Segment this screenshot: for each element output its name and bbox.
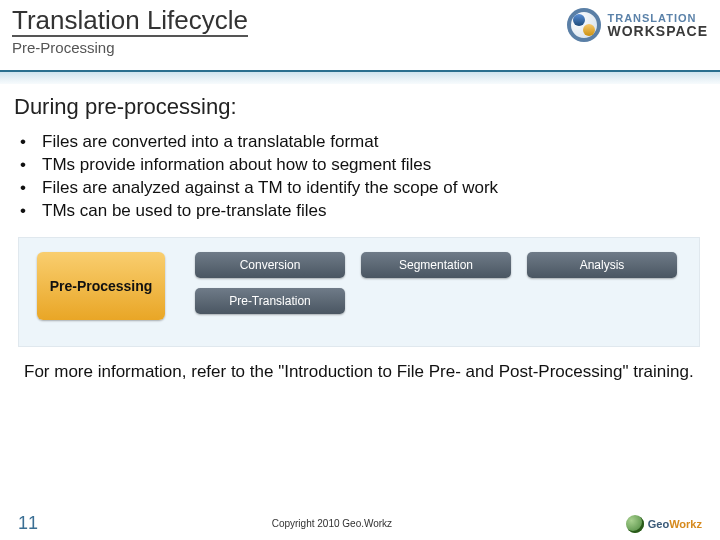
bullet-item: Files are converted into a translatable … — [20, 132, 704, 152]
analysis-node: Analysis — [527, 252, 677, 278]
brand-logo: TRANSLATION WORKSPACE — [567, 8, 708, 42]
globe-icon — [626, 515, 644, 533]
workflow-diagram: Pre-Processing Conversion Segmentation A… — [18, 237, 700, 347]
bullet-item: Files are analyzed against a TM to ident… — [20, 178, 704, 198]
conversion-node: Conversion — [195, 252, 345, 278]
brand-logo-text: TRANSLATION WORKSPACE — [607, 13, 708, 38]
content-area: During pre-processing: Files are convert… — [0, 84, 720, 384]
copyright-text: Copyright 2010 Geo.Workz — [38, 518, 626, 529]
header-divider-bar — [0, 70, 720, 84]
more-info-text: For more information, refer to the "Intr… — [24, 361, 694, 384]
footer-brand-geo: Geo — [648, 518, 669, 530]
brand-bottom: WORKSPACE — [607, 24, 708, 38]
pre-processing-node: Pre-Processing — [37, 252, 165, 320]
footer-brand-text: GeoWorkz — [648, 518, 702, 530]
footer-logo: GeoWorkz — [626, 515, 702, 533]
footer: 11 Copyright 2010 Geo.Workz GeoWorkz — [0, 513, 720, 534]
section-heading: During pre-processing: — [14, 94, 704, 120]
segmentation-node: Segmentation — [361, 252, 511, 278]
people-circle-icon — [567, 8, 601, 42]
page-number: 11 — [18, 513, 38, 534]
bullet-item: TMs can be used to pre-translate files — [20, 201, 704, 221]
pre-translation-node: Pre-Translation — [195, 288, 345, 314]
bullet-list: Files are converted into a translatable … — [20, 132, 704, 221]
footer-brand-workz: Workz — [669, 518, 702, 530]
bullet-item: TMs provide information about how to seg… — [20, 155, 704, 175]
header: Translation Lifecycle Pre-Processing TRA… — [0, 0, 720, 70]
brand-top: TRANSLATION — [607, 13, 708, 24]
slide-title: Translation Lifecycle — [12, 6, 248, 37]
